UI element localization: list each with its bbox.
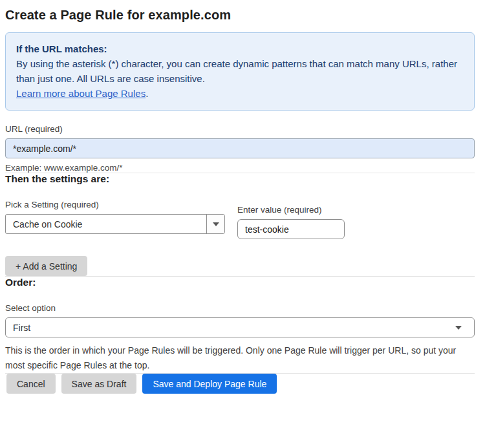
order-helper-text: This is the order in which your Page Rul… — [5, 343, 475, 373]
setting-select-value: Cache on Cookie — [6, 219, 206, 229]
order-select-label: Select option — [5, 303, 475, 313]
setting-select-arrow-button[interactable] — [206, 215, 224, 233]
link-suffix: . — [146, 88, 148, 99]
cancel-button[interactable]: Cancel — [6, 374, 56, 394]
settings-section-heading: Then the settings are: — [5, 173, 475, 185]
chevron-down-icon — [455, 326, 462, 330]
url-example-helper: Example: www.example.com/* — [5, 163, 475, 173]
setting-row: Pick a Setting (required) Cache on Cooki… — [5, 200, 475, 239]
add-setting-button[interactable]: + Add a Setting — [5, 256, 87, 276]
save-as-draft-button[interactable]: Save as Draft — [61, 374, 137, 394]
create-page-rule-form: Create a Page Rule for example.com If th… — [0, 0, 485, 394]
chevron-down-icon — [213, 222, 219, 226]
order-section-heading: Order: — [5, 277, 475, 288]
setting-select[interactable]: Cache on Cookie — [5, 214, 225, 234]
setting-select-label: Pick a Setting (required) — [5, 200, 225, 209]
order-select[interactable]: First — [5, 317, 475, 337]
order-select-value: First — [13, 323, 30, 333]
info-box-link-line: Learn more about Page Rules. — [16, 86, 464, 101]
setting-value-column: Enter value (required) — [237, 205, 345, 239]
setting-select-column: Pick a Setting (required) Cache on Cooki… — [5, 200, 225, 234]
footer-button-row: Cancel Save as Draft Save and Deploy Pag… — [5, 374, 475, 394]
learn-more-link[interactable]: Learn more about Page Rules — [16, 88, 146, 99]
setting-value-label: Enter value (required) — [237, 205, 345, 215]
setting-value-input[interactable] — [237, 219, 345, 239]
info-box-heading: If the URL matches: — [16, 41, 464, 56]
page-title: Create a Page Rule for example.com — [5, 8, 475, 23]
url-input[interactable] — [5, 138, 475, 158]
url-match-info-box: If the URL matches: By using the asteris… — [5, 32, 475, 111]
url-field-label: URL (required) — [5, 124, 475, 134]
save-and-deploy-button[interactable]: Save and Deploy Page Rule — [142, 374, 277, 394]
info-box-body: By using the asterisk (*) character, you… — [16, 56, 464, 86]
